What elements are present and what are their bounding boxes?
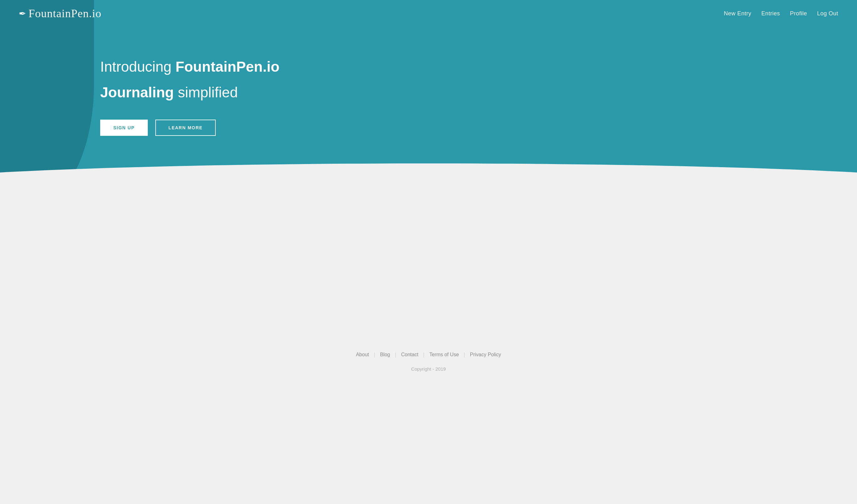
intro-prefix: Introducing	[100, 58, 175, 75]
pen-icon: ✒	[19, 9, 26, 19]
learn-more-button[interactable]: LEARN MORE	[155, 120, 216, 136]
nav-item-entries: Entries	[761, 10, 780, 17]
entries-link[interactable]: Entries	[761, 10, 780, 17]
footer-item-about: About	[351, 352, 374, 357]
intro-brand: FountainPen.io	[175, 58, 279, 75]
footer-section: About | Blog | Contact | Terms of Use | …	[0, 213, 857, 504]
nav-links: New Entry Entries Profile Log Out	[724, 10, 838, 17]
new-entry-link[interactable]: New Entry	[724, 10, 752, 17]
tagline-bold: Journaling	[100, 84, 174, 100]
about-link[interactable]: About	[351, 352, 374, 357]
nav-item-new-entry: New Entry	[724, 10, 752, 17]
nav-item-logout: Log Out	[817, 10, 838, 17]
contact-link[interactable]: Contact	[396, 352, 423, 357]
privacy-link[interactable]: Privacy Policy	[465, 352, 506, 357]
hero-section: ✒ FountainPen.io New Entry Entries Profi…	[0, 0, 857, 213]
footer-links: About | Blog | Contact | Terms of Use | …	[351, 352, 506, 357]
footer-item-contact: Contact	[396, 352, 423, 357]
footer-item-terms: Terms of Use	[424, 352, 464, 357]
hero-intro: Introducing FountainPen.io	[100, 58, 838, 75]
logout-link[interactable]: Log Out	[817, 10, 838, 17]
nav-item-profile: Profile	[790, 10, 807, 17]
blog-link[interactable]: Blog	[375, 352, 395, 357]
hero-buttons: SIGN UP LEARN MORE	[100, 120, 838, 136]
signup-button[interactable]: SIGN UP	[100, 120, 148, 136]
footer-copyright: Copyright - 2019	[411, 366, 446, 372]
logo-text: FountainPen.io	[29, 7, 101, 20]
hero-tagline: Journaling simplified	[100, 84, 838, 101]
footer-item-privacy: Privacy Policy	[465, 352, 506, 357]
profile-link[interactable]: Profile	[790, 10, 807, 17]
terms-link[interactable]: Terms of Use	[424, 352, 464, 357]
tagline-rest: simplified	[174, 84, 238, 100]
logo-link[interactable]: ✒ FountainPen.io	[19, 7, 101, 20]
navbar: ✒ FountainPen.io New Entry Entries Profi…	[0, 0, 857, 27]
footer-item-blog: Blog	[375, 352, 395, 357]
hero-content: Introducing FountainPen.io Journaling si…	[0, 27, 857, 186]
